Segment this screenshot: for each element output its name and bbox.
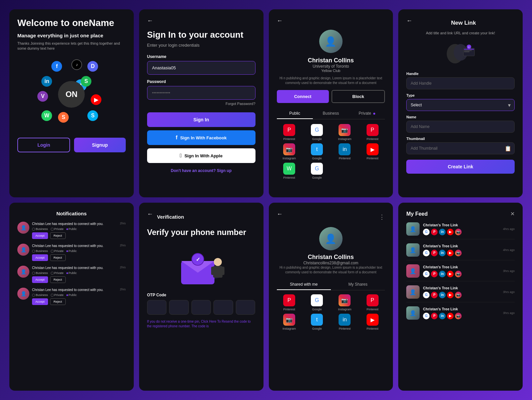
handle-input[interactable] — [406, 77, 515, 89]
feed-google-icon-5[interactable]: G — [423, 313, 430, 319]
reject-button-1[interactable]: Reject — [50, 232, 66, 239]
facebook-signin-button[interactable]: f Sign In With Facebook — [147, 130, 255, 145]
tab-business[interactable]: Business — [313, 108, 349, 119]
forgot-password-link[interactable]: Forgot Password? — [147, 102, 255, 106]
feed-pinterest-icon-5[interactable]: P — [431, 313, 438, 319]
feed-linkedin-icon-3[interactable]: in — [439, 271, 446, 277]
shared-social-item-1[interactable]: P Pinterest — [277, 294, 302, 311]
type-select[interactable]: Select — [406, 99, 515, 111]
accept-button-2[interactable]: Accept — [32, 254, 48, 261]
social-item[interactable]: P Pinterest — [360, 124, 385, 141]
connect-button[interactable]: Connect — [277, 90, 329, 103]
feed-instagram-icon-2[interactable]: 📷 — [455, 250, 462, 256]
notif-radio-business-3[interactable]: Business — [32, 271, 48, 275]
tab-my-shares[interactable]: My Shares — [331, 279, 385, 290]
notif-radio-public[interactable]: Public — [66, 227, 77, 231]
feed-youtube-icon[interactable]: ▶ — [447, 229, 454, 235]
shared-social-item-7[interactable]: in Pinterest — [332, 314, 357, 330]
login-button[interactable]: Login — [17, 138, 70, 152]
signup-link-text[interactable]: Sign up — [217, 168, 231, 173]
feed-close-icon[interactable]: ✕ — [510, 211, 515, 217]
feed-instagram-icon-5[interactable]: 📷 — [455, 313, 462, 319]
linkedin-icon: in — [339, 143, 351, 155]
social-item[interactable]: W Pinterest — [277, 163, 302, 179]
feed-google-icon-3[interactable]: G — [423, 271, 430, 277]
notif-radio-business-2[interactable]: Business — [32, 249, 48, 253]
shared-back-arrow[interactable]: ← — [277, 211, 283, 218]
shared-social-item-2[interactable]: G Google — [305, 294, 330, 311]
signin-back-arrow[interactable]: ← — [147, 17, 255, 24]
social-item[interactable]: 📷 Instagram — [277, 143, 302, 160]
name-input[interactable] — [406, 121, 515, 133]
reject-button-2[interactable]: Reject — [50, 254, 66, 261]
social-item[interactable]: 📷 Instagram — [332, 124, 357, 141]
signin-button[interactable]: Sign In — [147, 112, 255, 127]
otp-box-3[interactable] — [191, 300, 211, 315]
otp-box-1[interactable] — [147, 300, 167, 315]
notif-radio-private[interactable]: Private — [51, 227, 64, 231]
username-input[interactable] — [147, 61, 255, 75]
feed-instagram-icon-3[interactable]: 📷 — [455, 271, 462, 277]
feed-linkedin-icon-2[interactable]: in — [439, 250, 446, 256]
resend-link[interactable]: Click Here To Resend — [201, 320, 233, 323]
profile-back-arrow[interactable]: ← — [277, 17, 385, 24]
newlink-panel: ← New Link Add title and link URL and cr… — [398, 9, 523, 197]
feed-google-icon-2[interactable]: G — [423, 250, 430, 256]
notif-radio-private-4[interactable]: Private — [51, 293, 64, 297]
tab-private[interactable]: Private — [349, 108, 385, 119]
tab-shared-with-me[interactable]: Shared with me — [277, 279, 331, 290]
feed-youtube-icon-3[interactable]: ▶ — [447, 271, 454, 277]
notif-radio-public-2[interactable]: Public — [66, 249, 77, 253]
feed-instagram-icon-4[interactable]: 📷 — [455, 292, 462, 298]
feed-pinterest-icon-3[interactable]: P — [431, 271, 438, 277]
feed-google-icon-4[interactable]: G — [423, 292, 430, 298]
notif-radio-public-3[interactable]: Public — [66, 271, 77, 275]
social-item[interactable]: in Pinterest — [332, 143, 357, 160]
accept-button-1[interactable]: Accept — [32, 232, 48, 239]
otp-box-4[interactable] — [213, 300, 233, 315]
social-item[interactable]: P Pinterest — [277, 124, 302, 141]
signup-button[interactable]: Signup — [74, 138, 125, 152]
accept-button-3[interactable]: Accept — [32, 276, 48, 283]
accept-button-4[interactable]: Accept — [32, 298, 48, 305]
thumbnail-input[interactable] — [406, 142, 515, 154]
reject-button-4[interactable]: Reject — [50, 298, 66, 305]
feed-youtube-icon-4[interactable]: ▶ — [447, 292, 454, 298]
apple-signin-button[interactable]:  Sign In With Apple — [147, 148, 255, 163]
notif-radio-business-4[interactable]: Business — [32, 293, 48, 297]
otp-box-5[interactable] — [236, 300, 255, 315]
feed-linkedin-icon[interactable]: in — [439, 229, 446, 235]
notif-radio-public-4[interactable]: Public — [66, 293, 77, 297]
feed-pinterest-icon-4[interactable]: P — [431, 292, 438, 298]
social-item[interactable]: t Google — [305, 143, 330, 160]
orbit-container: f ♪ D in t S V ▶ W S S ON — [35, 58, 108, 131]
notif-radio-private-2[interactable]: Private — [51, 249, 64, 253]
shared-social-item-8[interactable]: ▶ Pinterest — [360, 314, 385, 330]
feed-google-icon[interactable]: G — [423, 229, 430, 235]
reject-button-3[interactable]: Reject — [50, 276, 66, 283]
shared-social-item-4[interactable]: P Pinterest — [360, 294, 385, 311]
social-item[interactable]: G Google — [305, 163, 330, 179]
feed-youtube-icon-2[interactable]: ▶ — [447, 250, 454, 256]
shared-social-item-5[interactable]: 📷 Instagram — [277, 314, 302, 330]
password-input[interactable] — [147, 86, 255, 100]
shared-social-item-6[interactable]: t Google — [305, 314, 330, 330]
notif-radio-private-3[interactable]: Private — [51, 271, 64, 275]
shared-social-item-3[interactable]: 📷 Instagram — [332, 294, 357, 311]
shared-more-menu[interactable]: ⋮ — [379, 213, 385, 221]
notif-radio-business[interactable]: Business — [32, 227, 48, 231]
feed-linkedin-icon-5[interactable]: in — [439, 313, 446, 319]
social-item[interactable]: G Google — [305, 124, 330, 141]
feed-instagram-icon[interactable]: 📷 — [455, 229, 462, 235]
feed-linkedin-icon-4[interactable]: in — [439, 292, 446, 298]
tab-public[interactable]: Public — [277, 108, 313, 119]
feed-youtube-icon-5[interactable]: ▶ — [447, 313, 454, 319]
create-link-button[interactable]: Create Link — [406, 160, 515, 174]
feed-pinterest-icon[interactable]: P — [431, 229, 438, 235]
otp-box-2[interactable] — [169, 300, 189, 315]
social-item[interactable]: ▶ Pinterest — [360, 143, 385, 160]
block-button[interactable]: Block — [332, 90, 385, 103]
verification-back-arrow[interactable]: ← — [147, 211, 153, 218]
feed-pinterest-icon-2[interactable]: P — [431, 250, 438, 256]
newlink-back-arrow[interactable]: ← — [406, 17, 412, 24]
